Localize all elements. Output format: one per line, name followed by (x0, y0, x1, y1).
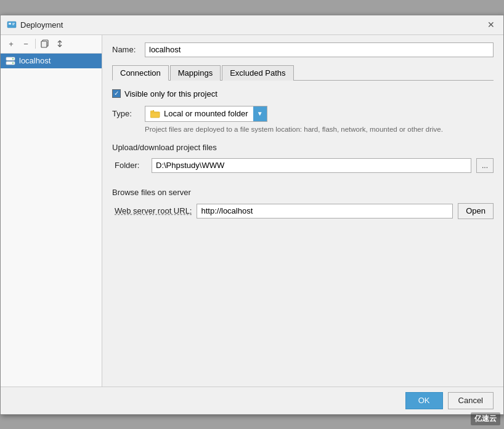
svg-rect-1 (9, 23, 11, 25)
main-content: + − (1, 35, 503, 387)
name-input[interactable] (145, 42, 494, 57)
sidebar-item-localhost[interactable]: localhost (1, 54, 102, 68)
folder-input[interactable] (152, 158, 471, 173)
toolbar-separator (35, 39, 36, 49)
close-button[interactable]: ✕ (485, 18, 497, 31)
sidebar: + − (1, 35, 102, 387)
sidebar-item-label: localhost (19, 56, 51, 65)
type-label: Type: (112, 109, 140, 118)
svg-rect-11 (150, 112, 160, 118)
move-server-button[interactable] (53, 37, 67, 50)
type-description: Project files are deployed to a file sys… (145, 124, 494, 134)
upload-section-header: Upload/download project files (112, 143, 494, 152)
local-folder-icon (150, 109, 160, 119)
deployment-icon (7, 20, 17, 30)
browse-button[interactable]: ... (476, 158, 494, 173)
name-row: Name: (112, 42, 494, 57)
svg-rect-5 (41, 41, 47, 47)
dialog-title: Deployment (20, 20, 63, 30)
tab-bar: Connection Mappings Excluded Paths (112, 65, 494, 81)
remove-server-button[interactable]: − (19, 37, 33, 50)
open-button[interactable]: Open (458, 203, 494, 219)
deployment-dialog: Deployment ✕ + − (0, 15, 504, 415)
bottom-bar: OK Cancel (1, 387, 503, 414)
visible-only-checkbox-row: ✓ Visible only for this project (112, 89, 494, 98)
url-row: Web server root URL: Open (112, 203, 494, 219)
watermark: 亿速云 (471, 412, 500, 425)
name-label: Name: (112, 45, 140, 54)
folder-row: Folder: ... (112, 158, 494, 173)
type-dropdown-inner: Local or mounted folder (145, 106, 253, 121)
ok-button[interactable]: OK (405, 392, 443, 409)
right-panel: Name: Connection Mappings Excluded Paths… (102, 35, 503, 387)
type-dropdown-arrow[interactable]: ▼ (253, 106, 267, 121)
title-bar: Deployment ✕ (1, 15, 503, 35)
url-label: Web server root URL: (115, 206, 192, 215)
checkbox-check-icon: ✓ (114, 90, 119, 97)
tab-connection[interactable]: Connection (112, 65, 169, 81)
title-bar-left: Deployment (7, 20, 63, 30)
add-server-button[interactable]: + (4, 37, 18, 50)
visible-only-label: Visible only for this project (124, 89, 217, 98)
copy-server-button[interactable] (38, 37, 52, 50)
browse-section-header: Browse files on server (112, 188, 494, 197)
server-icon (6, 56, 15, 66)
visible-only-checkbox[interactable]: ✓ (112, 89, 121, 98)
svg-rect-12 (153, 110, 154, 111)
tab-excluded-paths[interactable]: Excluded Paths (222, 65, 293, 81)
sidebar-toolbar: + − (1, 35, 102, 54)
folder-label: Folder: (115, 161, 147, 170)
type-row: Type: Local or mounted folder ▼ (112, 106, 494, 122)
tab-mappings[interactable]: Mappings (170, 65, 221, 81)
cancel-button[interactable]: Cancel (448, 392, 494, 409)
type-value: Local or mounted folder (164, 109, 248, 118)
type-dropdown[interactable]: Local or mounted folder ▼ (145, 106, 267, 122)
url-input[interactable] (197, 204, 453, 219)
browse-section: Browse files on server Web server root U… (112, 188, 494, 219)
svg-point-8 (12, 58, 14, 59)
svg-point-10 (12, 62, 14, 63)
